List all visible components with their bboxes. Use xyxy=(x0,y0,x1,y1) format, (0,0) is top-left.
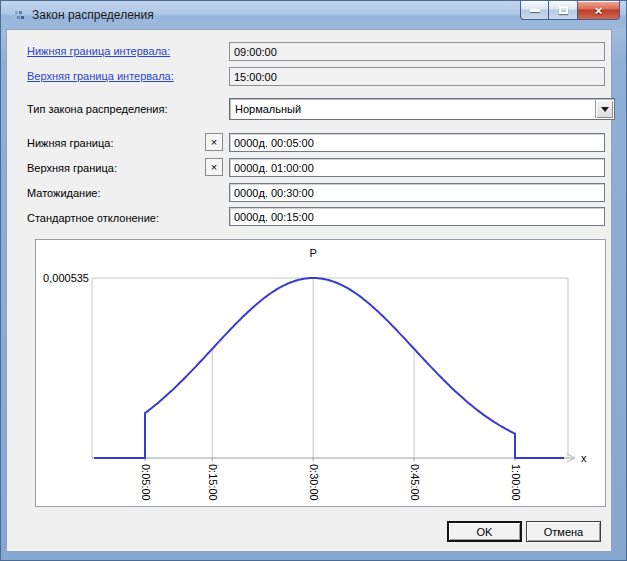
y-axis-title: P xyxy=(310,247,317,259)
interval-lower-link[interactable]: Нижняя граница интервала: xyxy=(27,45,170,57)
lower-bound-field[interactable] xyxy=(229,133,605,152)
interval-upper-link[interactable]: Верхняя граница интервала: xyxy=(27,70,174,82)
x-tick-label: 0:45:00 xyxy=(409,464,421,501)
app-icon xyxy=(10,8,26,24)
caption-buttons: × xyxy=(520,1,620,20)
minimize-icon xyxy=(530,9,540,12)
y-max-value-label: 0,000535 xyxy=(43,272,89,284)
maximize-button[interactable] xyxy=(549,1,577,20)
close-button[interactable]: × xyxy=(577,1,620,20)
law-type-dropdown-button[interactable] xyxy=(595,100,613,118)
dialog-window: Закон распределения × Нижняя граница инт… xyxy=(0,0,627,561)
chart-panel: 0:05:000:15:000:30:000:45:001:00:000,000… xyxy=(35,239,606,507)
x-icon: × xyxy=(211,161,217,173)
title-bar[interactable]: Закон распределения × xyxy=(1,1,626,29)
interval-lower-field[interactable] xyxy=(229,42,605,61)
close-icon: × xyxy=(595,4,603,17)
x-axis-arrow xyxy=(567,458,575,462)
maximize-icon xyxy=(559,6,568,14)
lower-bound-label: Нижняя граница: xyxy=(27,137,113,149)
x-tick-label: 1:00:00 xyxy=(510,464,522,501)
x-tick-label: 0:05:00 xyxy=(140,464,152,501)
x-tick-label: 0:15:00 xyxy=(207,464,219,501)
distribution-chart: 0:05:000:15:000:30:000:45:001:00:000,000… xyxy=(36,240,605,506)
dialog-client-area: Нижняя граница интервала: Верхняя границ… xyxy=(6,29,612,552)
stddev-label: Стандартное отклонение: xyxy=(27,212,159,224)
lower-bound-clear-button[interactable]: × xyxy=(205,133,223,151)
minimize-button[interactable] xyxy=(520,1,549,20)
chevron-down-icon xyxy=(601,107,609,112)
upper-bound-clear-button[interactable]: × xyxy=(205,158,223,176)
law-type-select[interactable]: Нормальный xyxy=(229,98,615,120)
x-tick-label: 0:30:00 xyxy=(308,464,320,501)
x-icon: × xyxy=(211,136,217,148)
ok-button[interactable]: OK xyxy=(447,521,522,542)
interval-upper-field[interactable] xyxy=(229,67,605,86)
upper-bound-field[interactable] xyxy=(229,158,605,177)
law-type-selected-value: Нормальный xyxy=(235,103,301,115)
distribution-curve xyxy=(94,278,564,458)
x-axis-title: x xyxy=(581,452,587,464)
law-type-label: Тип закона распределения: xyxy=(27,103,167,115)
stddev-field[interactable] xyxy=(229,207,605,226)
upper-bound-label: Верхняя граница: xyxy=(27,162,117,174)
mean-label: Матожидание: xyxy=(27,187,101,199)
window-title: Закон распределения xyxy=(32,8,154,22)
mean-field[interactable] xyxy=(229,183,605,202)
cancel-button[interactable]: Отмена xyxy=(526,521,601,542)
